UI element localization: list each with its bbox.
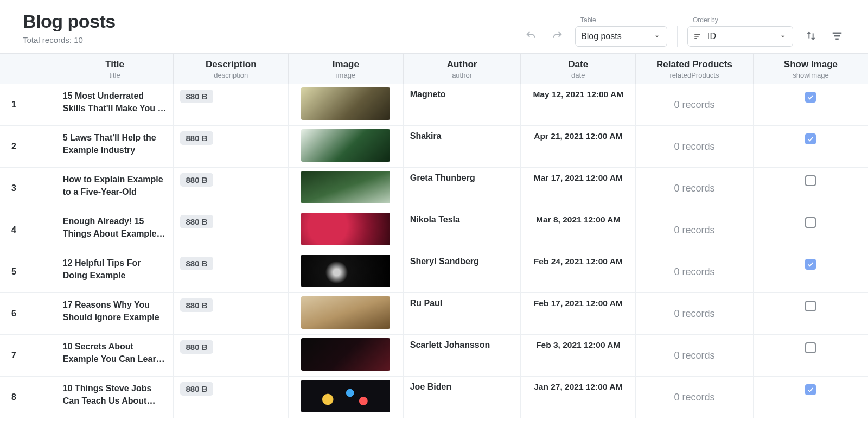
cell-title[interactable]: 12 Helpful Tips For Doing Example: [56, 251, 174, 293]
cell-description[interactable]: 880 B: [174, 377, 289, 418]
cell-author[interactable]: Magneto: [403, 84, 521, 126]
table-row[interactable]: 810 Things Steve Jobs Can Teach Us About…: [0, 377, 868, 418]
cell-related[interactable]: 0 records: [636, 209, 754, 251]
cell-showimage[interactable]: [753, 251, 868, 293]
cell-date[interactable]: Feb 17, 2021 12:00 AM: [521, 293, 636, 335]
row-handle[interactable]: [28, 251, 56, 293]
row-number: 8: [0, 377, 28, 418]
checkbox[interactable]: [805, 92, 816, 103]
cell-description[interactable]: 880 B: [174, 251, 289, 293]
checkbox[interactable]: [805, 301, 816, 311]
cell-related[interactable]: 0 records: [636, 126, 754, 168]
svg-rect-2: [694, 38, 697, 39]
cell-date[interactable]: Mar 17, 2021 12:00 AM: [521, 168, 636, 209]
size-badge: 880 B: [180, 298, 213, 312]
cell-title[interactable]: 10 Things Steve Jobs Can Teach Us About …: [56, 377, 174, 418]
row-handle[interactable]: [28, 335, 56, 377]
cell-image[interactable]: [289, 168, 404, 209]
cell-title[interactable]: 17 Reasons Why You Should Ignore Example: [56, 293, 174, 335]
col-author[interactable]: Authorauthor: [403, 54, 521, 84]
cell-date[interactable]: Mar 8, 2021 12:00 AM: [521, 209, 636, 251]
checkbox[interactable]: [805, 175, 816, 186]
cell-description[interactable]: 880 B: [174, 126, 289, 168]
cell-description[interactable]: 880 B: [174, 335, 289, 377]
row-handle[interactable]: [28, 209, 56, 251]
cell-image[interactable]: [289, 126, 404, 168]
cell-related[interactable]: 0 records: [636, 251, 754, 293]
col-date[interactable]: Datedate: [521, 54, 636, 84]
cell-author[interactable]: Ru Paul: [403, 293, 521, 335]
cell-description[interactable]: 880 B: [174, 209, 289, 251]
redo-button[interactable]: [549, 28, 565, 46]
col-showimage[interactable]: Show ImageshowImage: [753, 54, 868, 84]
cell-showimage[interactable]: [753, 126, 868, 168]
cell-author[interactable]: Joe Biden: [403, 377, 521, 418]
cell-image[interactable]: [289, 377, 404, 418]
cell-date[interactable]: Jan 27, 2021 12:00 AM: [521, 377, 636, 418]
cell-image[interactable]: [289, 84, 404, 126]
undo-button[interactable]: [523, 28, 539, 46]
cell-image[interactable]: [289, 335, 404, 377]
cell-author[interactable]: Scarlett Johansson: [403, 335, 521, 377]
checkbox[interactable]: [805, 133, 816, 144]
cell-title[interactable]: 15 Most Underrated Skills That'll Make Y…: [56, 84, 174, 126]
cell-showimage[interactable]: [753, 377, 868, 418]
cell-image[interactable]: [289, 251, 404, 293]
table-row[interactable]: 512 Helpful Tips For Doing Example880 BS…: [0, 251, 868, 293]
col-description[interactable]: Descriptiondescription: [174, 54, 289, 84]
cell-author[interactable]: Shakira: [403, 126, 521, 168]
table-row[interactable]: 4Enough Already! 15 Things About Example…: [0, 209, 868, 251]
cell-author[interactable]: Nikola Tesla: [403, 209, 521, 251]
cell-image[interactable]: [289, 209, 404, 251]
table-row[interactable]: 3How to Explain Example to a Five-Year-O…: [0, 168, 868, 209]
size-badge: 880 B: [180, 131, 213, 145]
checkbox[interactable]: [805, 342, 816, 353]
row-handle[interactable]: [28, 126, 56, 168]
cell-showimage[interactable]: [753, 209, 868, 251]
table-row[interactable]: 115 Most Underrated Skills That'll Make …: [0, 84, 868, 126]
cell-author[interactable]: Sheryl Sandberg: [403, 251, 521, 293]
cell-date[interactable]: Apr 21, 2021 12:00 AM: [521, 126, 636, 168]
row-handle[interactable]: [28, 168, 56, 209]
col-title[interactable]: Titletitle: [56, 54, 174, 84]
cell-image[interactable]: [289, 293, 404, 335]
cell-related[interactable]: 0 records: [636, 168, 754, 209]
cell-description[interactable]: 880 B: [174, 168, 289, 209]
cell-showimage[interactable]: [753, 335, 868, 377]
cell-related[interactable]: 0 records: [636, 293, 754, 335]
table-row[interactable]: 617 Reasons Why You Should Ignore Exampl…: [0, 293, 868, 335]
col-handle: [28, 54, 56, 84]
cell-related[interactable]: 0 records: [636, 335, 754, 377]
cell-title[interactable]: 5 Laws That'll Help the Example Industry: [56, 126, 174, 168]
table-row[interactable]: 710 Secrets About Example You Can Learn …: [0, 335, 868, 377]
cell-date[interactable]: Feb 3, 2021 12:00 AM: [521, 335, 636, 377]
cell-showimage[interactable]: [753, 168, 868, 209]
cell-author[interactable]: Greta Thunberg: [403, 168, 521, 209]
filter-icon: [831, 30, 843, 42]
filter-button[interactable]: [829, 28, 845, 46]
orderby-select[interactable]: ID: [687, 26, 793, 47]
cell-description[interactable]: 880 B: [174, 84, 289, 126]
checkbox[interactable]: [805, 384, 816, 395]
cell-title[interactable]: 10 Secrets About Example You Can Learn F…: [56, 335, 174, 377]
sort-direction-button[interactable]: [803, 28, 819, 46]
checkbox[interactable]: [805, 217, 816, 228]
checkbox[interactable]: [805, 259, 816, 270]
table-select[interactable]: Blog posts: [575, 26, 667, 47]
row-handle[interactable]: [28, 377, 56, 418]
cell-date[interactable]: May 12, 2021 12:00 AM: [521, 84, 636, 126]
cell-showimage[interactable]: [753, 293, 868, 335]
row-handle[interactable]: [28, 293, 56, 335]
cell-date[interactable]: Feb 24, 2021 12:00 AM: [521, 251, 636, 293]
cell-related[interactable]: 0 records: [636, 377, 754, 418]
cell-title[interactable]: Enough Already! 15 Things About Example …: [56, 209, 174, 251]
row-handle[interactable]: [28, 84, 56, 126]
row-number: 3: [0, 168, 28, 209]
cell-related[interactable]: 0 records: [636, 84, 754, 126]
col-related[interactable]: Related ProductsrelatedProducts: [636, 54, 754, 84]
col-image[interactable]: Imageimage: [289, 54, 404, 84]
table-row[interactable]: 25 Laws That'll Help the Example Industr…: [0, 126, 868, 168]
cell-title[interactable]: How to Explain Example to a Five-Year-Ol…: [56, 168, 174, 209]
cell-showimage[interactable]: [753, 84, 868, 126]
cell-description[interactable]: 880 B: [174, 293, 289, 335]
